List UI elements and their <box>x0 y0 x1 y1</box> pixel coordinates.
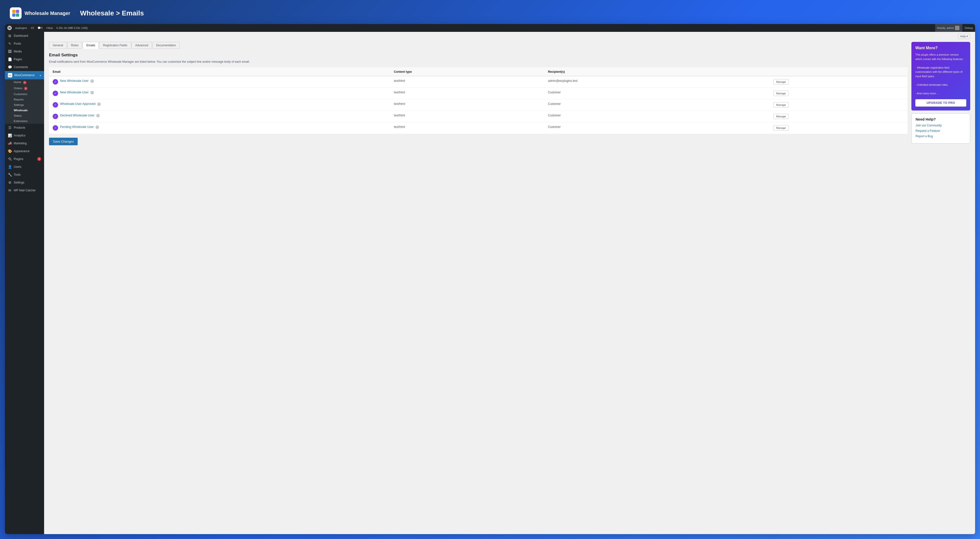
submenu-wholesale[interactable]: Wholesale <box>5 108 44 113</box>
media-icon: 🖼 <box>8 49 12 53</box>
sidebar-label-media: Media <box>14 50 22 53</box>
dashboard-icon: ⊞ <box>8 34 12 38</box>
help-button[interactable]: Help ▾ <box>958 34 970 39</box>
svg-rect-1 <box>16 10 19 13</box>
manage-button[interactable]: Manage <box>773 91 789 96</box>
email-recipient: Customer <box>545 122 770 134</box>
email-recipient: Customer <box>545 88 770 99</box>
help-link-bug[interactable]: Report a Bug <box>916 135 966 138</box>
comments-icon: 💬 <box>8 65 12 69</box>
debug-button[interactable]: Debug <box>965 27 973 29</box>
table-row: ✓ Pending Wholesale User ? text/html Cus… <box>49 122 907 134</box>
admin-bar-comments[interactable]: 💬 0 <box>38 27 42 30</box>
sidebar-item-products[interactable]: ☰ Products <box>5 124 44 132</box>
sidebar-item-dashboard[interactable]: ⊞ Dashboard <box>5 32 44 40</box>
email-name-link[interactable]: Pending Wholesale User <box>60 125 94 129</box>
email-name-link[interactable]: New Wholesale User <box>60 91 89 94</box>
submenu-customers[interactable]: Customers <box>5 91 44 97</box>
email-name-link[interactable]: New Wholesale User <box>60 79 89 83</box>
manage-button[interactable]: Manage <box>773 79 789 84</box>
submenu-status[interactable]: Status <box>5 113 44 118</box>
sidebar-item-media[interactable]: 🖼 Media <box>5 48 44 56</box>
pages-icon: 📄 <box>8 57 12 61</box>
email-recipient: Customer <box>545 111 770 122</box>
manage-button[interactable]: Manage <box>773 125 789 130</box>
sidebar-item-pages[interactable]: 📄 Pages <box>5 56 44 63</box>
email-name-cell: ✓ New Wholesale User ? <box>52 79 387 84</box>
submenu-extensions[interactable]: Extensions <box>5 118 44 124</box>
tabs-row: General Roles Emails Registration Fields… <box>49 42 907 49</box>
help-link-feature[interactable]: Request a Feature <box>916 129 966 132</box>
email-content-type: text/html <box>391 76 545 88</box>
tab-roles[interactable]: Roles <box>67 42 82 49</box>
tab-registration-fields[interactable]: Registration Fields <box>99 42 131 49</box>
manage-button[interactable]: Manage <box>773 114 789 119</box>
sidebar-item-appearance[interactable]: 🎨 Appearance <box>5 147 44 155</box>
col-action <box>770 68 907 76</box>
check-icon: ✓ <box>52 125 58 130</box>
sidebar: ⊞ Dashboard ✎ Posts 🖼 Media 📄 Pages 💬 Co… <box>5 32 44 534</box>
admin-bar-site[interactable]: wcplugins <box>15 27 27 29</box>
upgrade-to-pro-button[interactable]: UPGRADE TO PRO <box>915 99 966 107</box>
email-name-link[interactable]: Declined Wholesale User <box>60 114 94 117</box>
check-icon: ✓ <box>52 79 58 84</box>
table-row: ✓ Declined Wholesale User ? text/html Cu… <box>49 111 907 122</box>
help-box: Need Help? Join our Community Request a … <box>912 113 970 143</box>
sidebar-item-marketing[interactable]: 📣 Marketing <box>5 139 44 147</box>
tab-general[interactable]: General <box>49 42 67 49</box>
svg-rect-3 <box>16 13 19 17</box>
table-row: ✓ New Wholesale User ? text/html admin@w… <box>49 76 907 88</box>
analytics-icon: 📊 <box>8 134 12 137</box>
sidebar-item-settings[interactable]: ⚙ Settings <box>5 179 44 186</box>
submenu-home[interactable]: Home 3 <box>5 79 44 86</box>
sidebar-item-analytics[interactable]: 📊 Analytics <box>5 132 44 139</box>
woocommerce-icon: wc <box>8 73 12 78</box>
sidebar-item-tools[interactable]: 🔧 Tools <box>5 171 44 179</box>
main-inner: General Roles Emails Registration Fields… <box>44 39 975 534</box>
check-icon: ✓ <box>52 91 58 96</box>
save-changes-button[interactable]: Save Changes <box>49 138 78 145</box>
tab-emails[interactable]: Emails <box>83 42 99 49</box>
info-icon: ? <box>91 79 94 83</box>
admin-bar-new[interactable]: + New <box>46 27 53 29</box>
wp-admin-bar: W wcplugins ↺ 2 💬 0 + New 0.29s 18.1MB 0… <box>5 24 975 32</box>
sidebar-item-posts[interactable]: ✎ Posts <box>5 40 44 48</box>
col-content-type: Content type <box>391 68 545 76</box>
sidebar-label-marketing: Marketing <box>14 142 27 145</box>
help-link-community[interactable]: Join our Community <box>916 124 966 127</box>
section-title: Email Settings <box>49 52 907 57</box>
sidebar-item-comments[interactable]: 💬 Comments <box>5 63 44 71</box>
admin-bar-left: W wcplugins ↺ 2 💬 0 + New 0.29s 18.1MB 0… <box>7 26 931 30</box>
appearance-icon: 🎨 <box>8 149 12 153</box>
sidebar-label-pages: Pages <box>14 57 22 61</box>
tab-documentation[interactable]: Documentation <box>153 42 180 49</box>
sidebar-label-products: Products <box>14 126 25 129</box>
app-logo: Wholesale Manager <box>10 7 70 19</box>
sidebar-item-woocommerce[interactable]: wc WooCommerce ▸ <box>5 71 44 79</box>
admin-bar-updates[interactable]: ↺ 2 <box>30 27 34 30</box>
sidebar-label-tools: Tools <box>14 173 21 176</box>
submenu-reports[interactable]: Reports <box>5 97 44 102</box>
svg-rect-2 <box>12 13 16 17</box>
table-row: ✓ New Wholesale User ? text/html Custome… <box>49 88 907 99</box>
submenu-orders[interactable]: Orders 2 <box>5 86 44 92</box>
section-description: Email notifications sent from WooCommerc… <box>49 60 907 64</box>
svg-rect-0 <box>12 10 16 13</box>
woocommerce-submenu: Home 3 Orders 2 Customers Reports Settin… <box>5 79 44 124</box>
sidebar-item-users[interactable]: 👤 Users <box>5 163 44 171</box>
sidebar-item-plugins[interactable]: 🔌 Plugins 2 <box>5 155 44 163</box>
info-icon: ? <box>96 114 100 118</box>
email-content-type: text/html <box>391 88 545 99</box>
wp-logo: W <box>7 26 12 30</box>
manage-button[interactable]: Manage <box>773 102 789 108</box>
sidebar-item-wp-mail-catcher[interactable]: ✉ WP Mail Catcher <box>5 186 44 194</box>
promo-text: This plugin offers a premium version whi… <box>915 52 966 96</box>
table-row: ✓ Wholesale User Approved ? text/html Cu… <box>49 99 907 111</box>
products-icon: ☰ <box>8 126 12 130</box>
tab-advanced[interactable]: Advanced <box>132 42 152 49</box>
submenu-settings[interactable]: Settings <box>5 102 44 108</box>
email-name-link[interactable]: Wholesale User Approved <box>60 102 95 106</box>
app-logo-icon <box>10 7 22 19</box>
sidebar-label-dashboard: Dashboard <box>14 34 28 38</box>
col-email: Email <box>49 68 391 76</box>
